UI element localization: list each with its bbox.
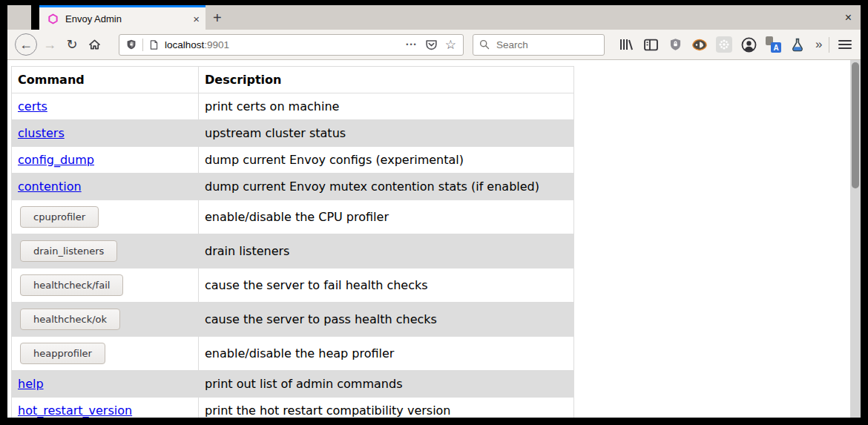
overflow-chevron-icon[interactable]: » xyxy=(815,37,822,52)
privacy-badger-extension-icon[interactable] xyxy=(691,36,708,53)
command-button[interactable]: healthcheck/fail xyxy=(20,274,123,296)
command-description: upstream cluster status xyxy=(199,120,574,147)
url-port: :9901 xyxy=(204,39,229,50)
scrollbar-thumb[interactable] xyxy=(852,62,859,188)
table-row: healthcheck/fail cause the server to fai… xyxy=(12,268,574,303)
command-link[interactable]: certs xyxy=(18,99,47,113)
description-column-header: Description xyxy=(199,67,574,93)
table-row: certs print certs on machine xyxy=(12,93,574,120)
home-button[interactable] xyxy=(83,33,105,56)
tab-strip: + × xyxy=(206,5,861,30)
decentraleyes-extension-icon[interactable] xyxy=(716,36,732,53)
bookmark-star-icon[interactable]: ☆ xyxy=(445,37,456,53)
command-link[interactable]: help xyxy=(18,377,44,391)
table-row: cpuprofiler enable/disable the CPU profi… xyxy=(12,200,574,234)
pocket-save-icon[interactable] xyxy=(425,39,438,51)
navigation-toolbar: ← → ↻ localhost:9901 ••• xyxy=(7,30,861,60)
tab-envoy-admin[interactable]: Envoy Admin × xyxy=(39,5,206,30)
table-row: heapprofiler enable/disable the heap pro… xyxy=(12,337,574,371)
shield-lock-extension-icon[interactable] xyxy=(667,36,683,53)
command-description: enable/disable the CPU profiler xyxy=(199,200,574,234)
command-link[interactable]: hot_restart_version xyxy=(18,403,132,418)
url-divider xyxy=(142,39,143,51)
envoy-favicon-icon xyxy=(47,13,59,24)
command-description: cause the server to pass health checks xyxy=(199,303,574,337)
titlebar-notch xyxy=(31,5,39,30)
command-link[interactable]: clusters xyxy=(18,126,65,140)
titlebar-spacer xyxy=(7,5,31,30)
admin-command-table: Command Description certs print certs on… xyxy=(11,66,574,418)
table-row: clusters upstream cluster status xyxy=(12,120,574,147)
tab-close-icon[interactable]: × xyxy=(193,13,200,24)
command-form: healthcheck/fail xyxy=(18,274,192,296)
table-row: contention dump current Envoy mutex cont… xyxy=(12,174,574,200)
translate-extension-icon[interactable]: A xyxy=(765,36,781,53)
command-form: drain_listeners xyxy=(18,240,192,262)
page-content: Command Description certs print certs on… xyxy=(7,60,861,418)
command-column-header: Command xyxy=(12,67,199,93)
lab-flask-extension-icon[interactable] xyxy=(789,36,806,53)
library-icon[interactable] xyxy=(618,36,634,53)
back-button[interactable]: ← xyxy=(15,33,37,56)
command-form: healthcheck/ok xyxy=(18,309,192,330)
forward-button[interactable]: → xyxy=(39,33,61,56)
command-button[interactable]: cpuprofiler xyxy=(20,206,99,228)
table-row: config_dump dump current Envoy configs (… xyxy=(12,147,574,174)
toolbar-extensions: A xyxy=(618,36,814,53)
command-link[interactable]: contention xyxy=(18,179,82,194)
tab-bar: Envoy Admin × + × xyxy=(7,5,861,30)
toolbar-separator xyxy=(829,37,829,53)
search-bar[interactable] xyxy=(473,34,605,56)
tracking-protection-shield-icon[interactable] xyxy=(126,39,137,50)
account-icon[interactable] xyxy=(740,36,757,53)
command-form: cpuprofiler xyxy=(18,206,192,228)
command-description: dump current Envoy configs (experimental… xyxy=(199,147,574,174)
table-header-row: Command Description xyxy=(12,67,574,93)
menu-button[interactable] xyxy=(838,36,852,53)
command-description: print the hot restart compatibility vers… xyxy=(199,398,574,418)
envoy-admin-page: Command Description certs print certs on… xyxy=(11,66,861,418)
window-close-button[interactable]: × xyxy=(845,12,852,24)
command-button[interactable]: drain_listeners xyxy=(20,240,117,262)
command-description: print certs on machine xyxy=(199,93,574,120)
command-description: enable/disable the heap profiler xyxy=(199,337,574,371)
search-input[interactable] xyxy=(495,39,584,51)
url-bar[interactable]: localhost:9901 ••• ☆ xyxy=(119,34,464,56)
tab-title: Envoy Admin xyxy=(65,13,193,24)
page-actions-icon[interactable]: ••• xyxy=(406,41,417,48)
command-description: cause the server to fail health checks xyxy=(199,268,574,303)
command-button[interactable]: heapprofiler xyxy=(20,343,105,364)
table-row: help print out list of admin commands xyxy=(12,371,574,398)
browser-window: Envoy Admin × + × ← → ↻ xyxy=(7,5,861,418)
page-info-icon[interactable] xyxy=(149,39,159,50)
home-icon xyxy=(88,39,101,50)
command-link[interactable]: config_dump xyxy=(18,153,94,167)
search-icon xyxy=(479,39,490,50)
command-button[interactable]: healthcheck/ok xyxy=(20,309,120,330)
command-description: drain listeners xyxy=(199,234,574,268)
command-form: heapprofiler xyxy=(18,343,192,364)
table-row: drain_listeners drain listeners xyxy=(12,234,574,268)
vertical-scrollbar[interactable] xyxy=(850,60,861,418)
new-tab-button[interactable]: + xyxy=(213,10,222,25)
command-description: dump current Envoy mutex contention stat… xyxy=(199,174,574,200)
command-description: print out list of admin commands xyxy=(199,371,574,398)
url-host: localhost xyxy=(165,39,204,50)
reload-button[interactable]: ↻ xyxy=(61,33,83,56)
table-row: hot_restart_version print the hot restar… xyxy=(12,398,574,418)
table-row: healthcheck/ok cause the server to pass … xyxy=(12,303,574,337)
sidebar-toggle-icon[interactable] xyxy=(642,36,659,53)
